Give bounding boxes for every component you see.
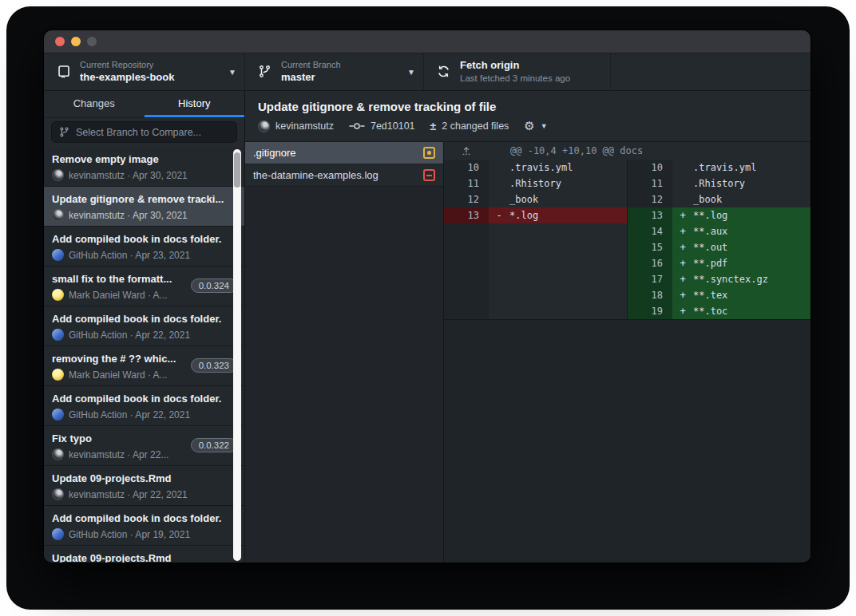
changed-file-row[interactable]: .gitignore: [245, 142, 443, 164]
sidebar: Changes History Select Branch to Compare…: [44, 91, 245, 563]
fetch-origin-button[interactable]: Fetch origin Last fetched 3 minutes ago: [424, 53, 611, 90]
compare-branch-input[interactable]: Select Branch to Compare...: [51, 121, 237, 143]
line-number: 14: [628, 223, 672, 239]
diff-line: 17 + **.synctex.gz: [628, 271, 810, 287]
chevron-down-icon: ▼: [228, 68, 236, 77]
version-tag-badge: 0.0.322: [191, 438, 237, 452]
sync-icon: [437, 65, 451, 79]
diff-line: 13 - *.log: [444, 207, 627, 223]
line-number: 10: [444, 160, 489, 176]
line-number: 11: [444, 176, 489, 192]
file-status-icon: [423, 147, 435, 159]
commit-list-item[interactable]: Update 09-projects.Rmd kevinamstutz · Ap…: [44, 466, 244, 506]
line-number: 18: [628, 287, 672, 303]
diff-line-text: .travis.yml: [693, 160, 756, 176]
line-number: 16: [628, 255, 672, 271]
avatar: [52, 448, 64, 460]
diff-sign: +: [672, 287, 693, 303]
commit-details-header: Update gitignore & remove tracking of fi…: [245, 91, 810, 142]
main-panel: Update gitignore & remove tracking of fi…: [245, 91, 810, 563]
diff-sign: +: [672, 271, 693, 287]
changed-files-count: 2 changed files: [442, 120, 509, 132]
chevron-down-icon[interactable]: ▼: [541, 122, 548, 130]
avatar: [52, 369, 64, 381]
commit-list-scrollbar[interactable]: [233, 149, 241, 561]
diff-line-text: .travis.yml: [509, 160, 573, 176]
hunk-header-row: @@ -10,4 +10,10 @@ docs: [444, 142, 810, 160]
commit-list-item[interactable]: Fix typo kevinamstutz · Apr 22... 0.0.32…: [44, 426, 244, 466]
branch-icon: [59, 127, 69, 137]
commit-list-item[interactable]: Add compiled book in docs folder. GitHub…: [44, 386, 244, 426]
commit-item-meta: GitHub Action · Apr 23, 2021: [69, 250, 190, 261]
commit-list-item[interactable]: small fix to the formatt... Mark Daniel …: [44, 267, 244, 306]
diff-sign: +: [672, 223, 693, 239]
fetch-origin-sublabel: Last fetched 3 minutes ago: [460, 73, 602, 84]
diff-sign: [489, 160, 509, 176]
commit-item-title: Remove empty image: [52, 153, 236, 165]
titlebar: [44, 30, 810, 53]
diff-line: 16 + **.pdf: [628, 255, 810, 271]
current-branch-dropdown[interactable]: Current Branch master ▼: [245, 53, 424, 90]
commit-list-item[interactable]: Remove empty image kevinamstutz · Apr 30…: [44, 147, 244, 187]
diff-line: 12 _book: [444, 192, 627, 207]
commit-list-item[interactable]: Update 09-projects.Rmd kevinamstutz · Ap…: [44, 546, 244, 563]
file-name: the-datamine-examples.log: [253, 169, 378, 181]
diff-line-text: **.log: [693, 207, 727, 223]
diff-line: 11 .Rhistory: [628, 176, 810, 192]
diff-sign: +: [672, 239, 693, 255]
avatar: [258, 120, 270, 132]
commit-sha[interactable]: 7ed10101: [371, 120, 415, 132]
diff-pane-before: 10 .travis.yml 11 .Rhistory 12 _book 13 …: [444, 160, 628, 319]
commit-item-meta: kevinamstutz · Apr 30, 2021: [69, 170, 188, 181]
commit-list-item[interactable]: Add compiled book in docs folder. GitHub…: [44, 506, 244, 546]
diff-line: 10 .travis.yml: [628, 160, 810, 176]
chevron-down-icon: ▼: [407, 68, 415, 77]
diff-line: 14 + **.aux: [628, 223, 810, 239]
github-desktop-window: Current Repository the-examples-book ▼ C…: [44, 30, 810, 563]
commit-item-title: Add compiled book in docs folder.: [52, 313, 236, 325]
commit-list-item[interactable]: Add compiled book in docs folder. GitHub…: [44, 227, 244, 267]
avatar: [52, 409, 64, 421]
changed-file-row[interactable]: the-datamine-examples.log: [245, 164, 443, 187]
avatar: [52, 329, 64, 341]
diff-viewer: @@ -10,4 +10,10 @@ docs 10 .travis.yml 1…: [444, 142, 810, 563]
compare-branch-placeholder: Select Branch to Compare...: [76, 127, 201, 138]
zoom-window-button[interactable]: [87, 37, 97, 46]
commit-title: Update gitignore & remove tracking of fi…: [258, 100, 798, 113]
diff-sign: +: [672, 255, 693, 271]
scrollbar-thumb[interactable]: [234, 152, 240, 188]
gear-icon[interactable]: ⚙: [524, 119, 534, 133]
tab-changes[interactable]: Changes: [44, 91, 145, 117]
current-repository-dropdown[interactable]: Current Repository the-examples-book ▼: [44, 53, 245, 90]
diff-line: 10 .travis.yml: [444, 160, 627, 176]
commit-list-item[interactable]: Add compiled book in docs folder. GitHub…: [44, 306, 244, 346]
current-repository-value: the-examples-book: [80, 71, 222, 84]
commit-list-item[interactable]: removing the # ?? whic... Mark Daniel Wa…: [44, 346, 244, 386]
commit-item-meta: GitHub Action · Apr 22, 2021: [69, 409, 190, 421]
diff-line-text: .Rhistory: [693, 176, 745, 192]
commit-list-item[interactable]: Update gitignore & remove tracki... kevi…: [44, 187, 244, 227]
file-name: .gitignore: [253, 147, 295, 159]
diff-sign: [489, 176, 509, 192]
version-tag-badge: 0.0.323: [191, 358, 237, 373]
diff-line-text: **.toc: [693, 303, 727, 319]
changed-files-list: .gitignore the-datamine-examples.log: [245, 142, 444, 563]
commit-item-title: Update 09-projects.Rmd: [52, 472, 236, 484]
current-repository-label: Current Repository: [80, 60, 222, 71]
repo-icon: [57, 65, 71, 79]
minimize-window-button[interactable]: [71, 37, 81, 46]
commit-item-title: Add compiled book in docs folder.: [52, 512, 236, 524]
current-branch-value: master: [281, 71, 401, 84]
commit-item-meta: GitHub Action · Apr 19, 2021: [69, 529, 190, 540]
diff-line-text: *.log: [509, 207, 538, 223]
diff-line: 19 + **.toc: [628, 303, 810, 319]
diff-line-text: **.aux: [693, 223, 727, 239]
diff-sign: [672, 160, 693, 176]
diff-sign: +: [672, 207, 693, 223]
close-window-button[interactable]: [55, 37, 65, 46]
tab-history[interactable]: History: [145, 91, 245, 117]
fetch-origin-label: Fetch origin: [460, 59, 602, 72]
expand-hunk-icon[interactable]: [461, 145, 472, 156]
compare-branch-container: Select Branch to Compare...: [44, 118, 244, 147]
diff-pane-after: 10 .travis.yml 11 .Rhistory 12 _book 13 …: [628, 160, 810, 319]
